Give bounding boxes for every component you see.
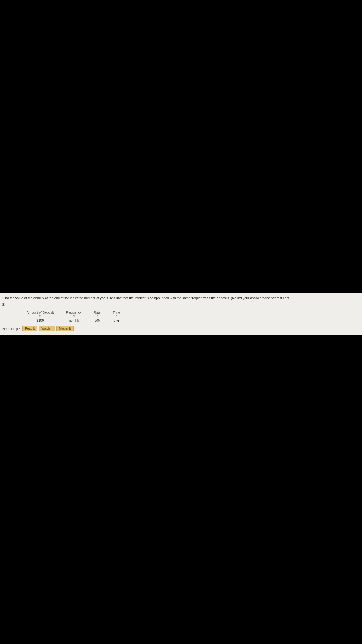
col-header-time: Time t xyxy=(107,310,126,318)
cell-time: 8 yr xyxy=(107,318,126,323)
data-table-container: Amount of Deposit m Frequency n Rate r T… xyxy=(21,310,360,323)
col-header-rate: Rate r xyxy=(87,310,106,318)
need-help-section: Need Help? Read It Watch It Master It xyxy=(2,326,360,331)
cell-rate: 5% xyxy=(87,318,106,323)
table-row: $100 monthly 5% 8 yr xyxy=(21,318,126,323)
master-it-button[interactable]: Master It xyxy=(56,326,74,331)
cell-frequency: monthly xyxy=(60,318,88,323)
problem-instruction: Find the value of the annuity at the end… xyxy=(2,296,360,300)
problem-container: Find the value of the annuity at the end… xyxy=(0,293,362,335)
answer-row: $ xyxy=(2,302,360,307)
cell-amount: $100 xyxy=(21,318,60,323)
read-it-button[interactable]: Read It xyxy=(22,326,37,331)
watch-it-button[interactable]: Watch It xyxy=(39,326,55,331)
col-header-amount: Amount of Deposit m xyxy=(21,310,60,318)
col-header-frequency: Frequency n xyxy=(60,310,88,318)
dollar-sign: $ xyxy=(2,303,5,307)
answer-input[interactable] xyxy=(6,302,42,307)
annuity-table: Amount of Deposit m Frequency n Rate r T… xyxy=(21,310,126,323)
need-help-label: Need Help? xyxy=(2,327,20,331)
